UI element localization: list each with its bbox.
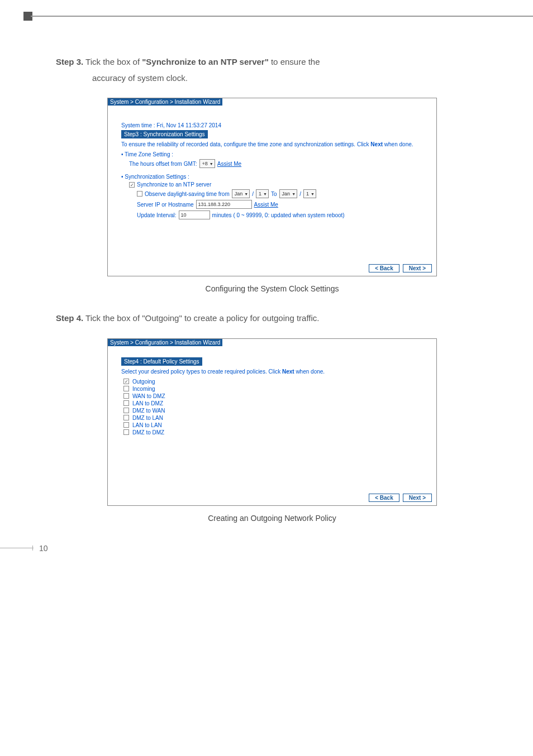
to-label: To (271, 191, 277, 197)
tz-label: The hours offset from GMT: (129, 161, 197, 167)
policy-item: DMZ to LAN (123, 415, 423, 421)
step3-line1: Step 3. Tick the box of "Synchronize to … (56, 56, 488, 69)
policy-item: Incoming (123, 386, 423, 392)
step3-label: Step 3. (56, 57, 83, 66)
timezone-row: The hours offset from GMT: +8 Assist Me (129, 159, 423, 168)
policy-label: Outgoing (132, 379, 155, 385)
policy-label: DMZ to WAN (132, 408, 165, 414)
footer-tick (32, 546, 33, 551)
wizard-buttons-2: < Back Next > (108, 491, 436, 505)
from-day-select[interactable]: 1 (256, 189, 269, 198)
policy-label: LAN to LAN (132, 422, 162, 428)
from-month-select[interactable]: Jan (232, 189, 250, 198)
footer-rule (0, 548, 34, 548)
system-time: System time : Fri, Nov 14 11:53:27 2014 (121, 122, 423, 128)
update-input[interactable]: 10 (179, 210, 210, 219)
policy-checkbox[interactable] (123, 379, 129, 384)
screenshot-step3: System > Configuration > Installation Wi… (107, 98, 437, 276)
policy-label: Incoming (132, 386, 155, 392)
update-suffix: minutes ( 0 ~ 99999, 0: updated when sys… (212, 212, 345, 218)
server-label: Server IP or Hostname (137, 202, 194, 208)
step3-highlight: "Synchronize to an NTP server" (142, 57, 269, 66)
daylight-row: Observe daylight-saving time from Jan / … (137, 189, 423, 198)
policy-checkbox[interactable] (123, 408, 129, 413)
policy-checkbox[interactable] (123, 415, 129, 420)
step3-suffix: to ensure the (271, 57, 320, 66)
timezone-bullet: • Time Zone Setting : (121, 151, 423, 157)
policy-list: OutgoingIncomingWAN to DMZLAN to DMZDMZ … (121, 379, 423, 436)
wizard-description: To ensure the reliability of recorded da… (121, 141, 423, 148)
wizard-buttons: < Back Next > (108, 262, 436, 276)
caption-2: Creating an Outgoing Network Policy (56, 514, 488, 523)
sync-ntp-row: Synchronize to an NTP server (129, 181, 423, 188)
breadcrumb-2: System > Configuration > Installation Wi… (108, 339, 222, 346)
ntp-checkbox[interactable] (129, 182, 135, 188)
page-content: Step 3. Tick the box of "Synchronize to … (0, 0, 533, 564)
policy-item: WAN to DMZ (123, 393, 423, 399)
policy-checkbox[interactable] (123, 400, 129, 406)
server-row: Server IP or Hostname 131.188.3.220 Assi… (137, 200, 423, 209)
policy-item: DMZ to WAN (123, 408, 423, 414)
page-number: 10 (39, 544, 48, 553)
screenshot-step4: System > Configuration > Installation Wi… (107, 338, 437, 506)
policy-checkbox[interactable] (123, 393, 129, 399)
server-input[interactable]: 131.188.3.220 (196, 200, 252, 209)
header-rule (31, 16, 533, 17)
back-button-2[interactable]: < Back (369, 494, 399, 502)
next-button[interactable]: Next > (403, 264, 432, 272)
ntp-label: Synchronize to an NTP server (137, 181, 211, 188)
step4-line: Step 4. Tick the box of "Outgoing" to cr… (56, 312, 488, 325)
breadcrumb: System > Configuration > Installation Wi… (108, 98, 222, 106)
assist-me-link[interactable]: Assist Me (217, 161, 241, 167)
to-day-select[interactable]: 1 (303, 189, 316, 198)
policy-label: WAN to DMZ (132, 393, 165, 399)
policy-item: Outgoing (123, 379, 423, 385)
policy-item: LAN to DMZ (123, 400, 423, 406)
next-button-2[interactable]: Next > (403, 494, 432, 502)
sync-bullet: • Synchronization Settings : (121, 174, 423, 180)
update-label: Update Interval: (137, 212, 177, 218)
wizard-description-2: Select your desired policy types to crea… (121, 368, 423, 375)
policy-label: DMZ to DMZ (132, 429, 164, 436)
policy-checkbox[interactable] (123, 422, 129, 428)
step4-text: Tick the box of "Outgoing" to create a p… (85, 313, 319, 323)
update-row: Update Interval: 10 minutes ( 0 ~ 99999,… (137, 210, 423, 219)
wizard-body-2: Step4 : Default Policy Settings Select y… (108, 346, 436, 491)
to-month-select[interactable]: Jan (279, 189, 298, 198)
policy-checkbox[interactable] (123, 429, 129, 435)
daylight-checkbox[interactable] (137, 191, 142, 197)
policy-item: DMZ to DMZ (123, 429, 423, 436)
wizard-step-header: Step3 : Synchronization Settings (121, 130, 208, 138)
back-button[interactable]: < Back (369, 264, 399, 272)
policy-checkbox[interactable] (123, 386, 129, 391)
caption-1: Configuring the System Clock Settings (56, 284, 488, 293)
tz-select[interactable]: +8 (199, 159, 215, 168)
wizard-step-header-2: Step4 : Default Policy Settings (121, 357, 202, 366)
daylight-label: Observe daylight-saving time from (145, 191, 230, 197)
step4-label: Step 4. (56, 313, 83, 323)
step3-prefix: Tick the box of (85, 57, 142, 66)
policy-item: LAN to LAN (123, 422, 423, 428)
policy-label: DMZ to LAN (132, 415, 163, 421)
wizard-body: System time : Fri, Nov 14 11:53:27 2014 … (108, 106, 436, 262)
assist-me-link-2[interactable]: Assist Me (254, 202, 278, 208)
policy-label: LAN to DMZ (132, 400, 163, 406)
step3-line2: accuracy of system clock. (92, 72, 488, 85)
